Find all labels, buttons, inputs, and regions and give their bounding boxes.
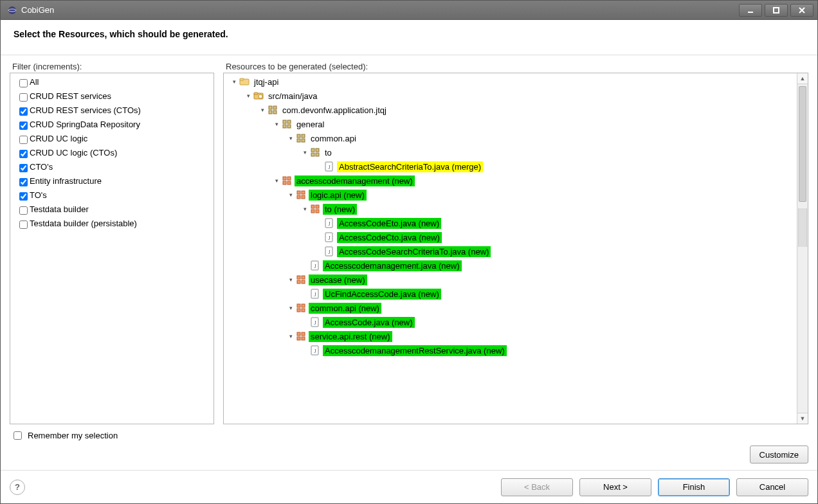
cancel-button[interactable]: Cancel	[736, 478, 808, 496]
package-g-icon	[296, 331, 306, 341]
close-button[interactable]	[790, 4, 813, 17]
tree-row[interactable]: AbstractSearchCriteriaTo.java (merge)	[224, 159, 808, 174]
maximize-button[interactable]	[765, 4, 788, 17]
tree-row[interactable]: AccesscodemanagementRestService.java (ne…	[224, 343, 808, 357]
tree-row[interactable]: usecase (new)	[224, 273, 808, 287]
tree-label: usecase (new)	[309, 274, 367, 285]
tree-row[interactable]: Accesscodemanagement.java (new)	[224, 258, 808, 273]
scroll-up-icon[interactable]: ▲	[797, 73, 808, 84]
tree-row[interactable]: com.devonfw.application.jtqj	[224, 103, 808, 117]
filter-checkbox[interactable]	[19, 107, 28, 116]
filter-checkbox[interactable]	[19, 178, 28, 186]
expander-open-icon[interactable]	[300, 202, 310, 216]
expander-none-icon	[300, 287, 310, 301]
expander-open-icon[interactable]	[286, 273, 296, 287]
filter-checkbox[interactable]	[19, 122, 28, 130]
project-icon	[239, 76, 250, 87]
filter-item[interactable]: CRUD REST services	[10, 89, 214, 103]
filter-item[interactable]: CRUD UC logic	[10, 131, 214, 145]
back-button[interactable]: < Back	[501, 478, 573, 496]
filter-listbox[interactable]: AllCRUD REST servicesCRUD REST services …	[10, 73, 214, 424]
filter-item[interactable]: Entity infrastructure	[10, 174, 214, 188]
expander-open-icon[interactable]	[286, 329, 296, 343]
filter-checkbox[interactable]	[19, 79, 28, 87]
expander-open-icon[interactable]	[271, 174, 282, 188]
java-icon	[310, 260, 320, 271]
filter-checkbox[interactable]	[19, 206, 28, 215]
filter-label: Filter (increments):	[12, 62, 214, 71]
tree-row[interactable]: to	[224, 145, 808, 159]
remember-checkbox[interactable]	[14, 431, 22, 440]
filter-item-label: CRUD REST services	[30, 91, 111, 101]
package-g-icon	[296, 190, 306, 200]
java-icon	[310, 345, 320, 356]
expander-none-icon	[300, 258, 310, 273]
customize-row: Customize	[10, 446, 808, 464]
finish-button[interactable]: Finish	[658, 478, 730, 496]
filter-item[interactable]: CRUD REST services (CTOs)	[10, 103, 214, 117]
filter-checkbox[interactable]	[19, 164, 28, 172]
tree-row[interactable]: common.api	[224, 131, 808, 145]
columns: Filter (increments): AllCRUD REST servic…	[10, 62, 808, 424]
filter-item-label: CRUD UC logic (CTOs)	[30, 148, 117, 158]
filter-checkbox[interactable]	[19, 136, 28, 144]
next-button[interactable]: Next >	[579, 478, 651, 496]
tree-row[interactable]: common.api (new)	[224, 301, 808, 315]
expander-none-icon	[314, 216, 324, 230]
filter-item-label: Entity infrastructure	[30, 176, 102, 186]
tree-row[interactable]: AccessCodeSearchCriteriaTo.java (new)	[224, 244, 808, 258]
filter-item[interactable]: Testdata builder	[10, 202, 214, 216]
expander-open-icon[interactable]	[286, 131, 296, 145]
filter-item[interactable]: TO's	[10, 188, 214, 202]
filter-item-label: CRUD REST services (CTOs)	[30, 105, 141, 115]
srcfolder-icon	[253, 91, 264, 101]
expander-open-icon[interactable]	[286, 188, 296, 202]
tree-row[interactable]: AccessCodeCto.java (new)	[224, 230, 808, 244]
minimize-button[interactable]	[739, 4, 762, 17]
resources-tree[interactable]: jtqj-apisrc/main/javacom.devonfw.applica…	[223, 73, 808, 424]
tree-row[interactable]: src/main/java	[224, 89, 808, 103]
tree-row[interactable]: jtqj-api	[224, 75, 808, 89]
wizard-footer: ? < Back Next > Finish Cancel	[1, 470, 817, 503]
remember-label[interactable]: Remember my selection	[28, 431, 118, 440]
package-g-icon	[310, 204, 320, 214]
expander-open-icon[interactable]	[257, 103, 268, 117]
tree-row[interactable]: AccessCode.java (new)	[224, 315, 808, 329]
tree-label: AbstractSearchCriteriaTo.java (merge)	[337, 161, 483, 172]
tree-label: UcFindAccessCode.java (new)	[323, 289, 441, 300]
tree-row[interactable]: general	[224, 117, 808, 131]
tree-row[interactable]: AccessCodeEto.java (new)	[224, 216, 808, 230]
filter-checkbox[interactable]	[19, 93, 28, 102]
tree-row[interactable]: service.api.rest (new)	[224, 329, 808, 343]
tree-label: AccesscodemanagementRestService.java (ne…	[323, 345, 507, 356]
titlebar: CobiGen	[1, 1, 817, 20]
filter-checkbox[interactable]	[19, 150, 28, 158]
filter-item[interactable]: All	[10, 75, 214, 89]
java-icon	[324, 246, 334, 256]
filter-checkbox[interactable]	[19, 221, 28, 229]
filter-checkbox[interactable]	[19, 192, 28, 201]
tree-scrollbar[interactable]: ▲ ▼	[797, 73, 808, 424]
filter-item[interactable]: CRUD UC logic (CTOs)	[10, 145, 214, 159]
customize-button[interactable]: Customize	[750, 446, 808, 464]
help-icon[interactable]: ?	[10, 480, 25, 495]
tree-label: com.devonfw.application.jtqj	[280, 105, 388, 116]
expander-open-icon[interactable]	[300, 145, 310, 159]
package-icon	[282, 119, 292, 129]
svg-rect-18	[774, 8, 779, 13]
expander-open-icon[interactable]	[271, 117, 282, 131]
tree-row[interactable]: to (new)	[224, 202, 808, 216]
expander-open-icon[interactable]	[243, 89, 253, 103]
scroll-down-icon[interactable]: ▼	[797, 413, 808, 424]
tree-row[interactable]: logic.api (new)	[224, 188, 808, 202]
expander-none-icon	[314, 244, 324, 258]
expander-open-icon[interactable]	[286, 301, 296, 315]
expander-none-icon	[300, 343, 310, 357]
tree-row[interactable]: UcFindAccessCode.java (new)	[224, 287, 808, 301]
expander-open-icon[interactable]	[229, 75, 239, 89]
filter-item[interactable]: Testdata builder (persistable)	[10, 216, 214, 230]
filter-item[interactable]: CTO's	[10, 159, 214, 174]
filter-item[interactable]: CRUD SpringData Repository	[10, 117, 214, 131]
scroll-thumb[interactable]	[799, 86, 806, 202]
tree-row[interactable]: accesscodemanagement (new)	[224, 174, 808, 188]
